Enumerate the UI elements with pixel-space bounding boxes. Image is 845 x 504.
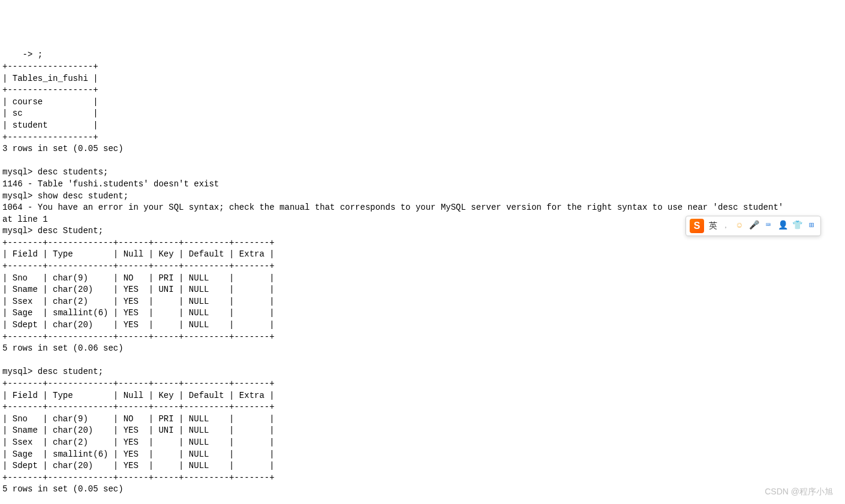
- microphone-icon[interactable]: 🎤: [748, 221, 759, 231]
- terminal-line: -> ;: [2, 50, 43, 59]
- terminal-line: +-----------------+: [2, 85, 98, 95]
- terminal-line: at line 1: [2, 215, 48, 224]
- terminal-line: | Sname | char(20) | YES | UNI | NULL | …: [2, 425, 275, 435]
- ime-punct-icon[interactable]: ，: [722, 221, 729, 231]
- terminal-line: +-----------------+: [2, 62, 98, 71]
- terminal-line: +-------+-------------+------+-----+----…: [2, 261, 275, 271]
- terminal-line: | Field | Type | Null | Key | Default | …: [2, 391, 275, 400]
- terminal-line: | Tables_in_fushi |: [2, 74, 98, 83]
- terminal-line: 5 rows in set (0.06 sec): [2, 343, 124, 353]
- terminal-line: 1064 - You have an error in your SQL syn…: [2, 203, 783, 212]
- terminal-line: mysql> desc student;: [2, 367, 103, 376]
- terminal-line: | Sno | char(9) | NO | PRI | NULL | |: [2, 273, 275, 283]
- terminal-line: +-------+-------------+------+-----+----…: [2, 379, 275, 388]
- terminal-line: 3 rows in set (0.05 sec): [2, 144, 124, 153]
- terminal-line: +-------+-------------+------+-----+----…: [2, 473, 275, 482]
- terminal-line: | Sage | smallint(6) | YES | | NULL | |: [2, 449, 275, 459]
- terminal-line: | Sname | char(20) | YES | UNI | NULL | …: [2, 285, 275, 294]
- terminal-line: mysql> desc students;: [2, 167, 108, 177]
- terminal-line: | Ssex | char(2) | YES | | NULL | |: [2, 437, 275, 447]
- skin-icon[interactable]: 👕: [792, 221, 802, 231]
- emoji-icon[interactable]: ☺: [734, 221, 745, 231]
- terminal-line: | Sno | char(9) | NO | PRI | NULL | |: [2, 414, 275, 424]
- terminal-line: | Sdept | char(20) | YES | | NULL | |: [2, 461, 275, 470]
- terminal-line: mysql> desc Student;: [2, 226, 103, 236]
- toolbox-icon[interactable]: ⊞: [806, 221, 817, 231]
- terminal-line: | Ssex | char(2) | YES | | NULL | |: [2, 297, 275, 306]
- terminal-line: +-----------------+: [2, 132, 98, 142]
- terminal-line: | sc |: [2, 108, 98, 118]
- ime-toolbar[interactable]: S 英 ， ☺ 🎤 ⌨ 👤 👕 ⊞: [685, 216, 821, 236]
- terminal-line: mysql> show desc student;: [2, 191, 128, 201]
- ime-language-toggle[interactable]: 英: [709, 220, 717, 232]
- terminal-line: | Sdept | char(20) | YES | | NULL | |: [2, 320, 275, 330]
- sogou-logo-icon[interactable]: S: [690, 219, 704, 233]
- terminal-line: | Field | Type | Null | Key | Default | …: [2, 249, 275, 259]
- terminal-line: +-------+-------------+------+-----+----…: [2, 238, 275, 248]
- user-icon[interactable]: 👤: [777, 221, 788, 231]
- terminal-line: | Sage | smallint(6) | YES | | NULL | |: [2, 308, 275, 318]
- terminal-line: 1146 - Table 'fushi.students' doesn't ex…: [2, 179, 219, 189]
- terminal-output: -> ; +-----------------+ | Tables_in_fus…: [2, 49, 843, 504]
- csdn-watermark: CSDN @程序小旭: [765, 486, 833, 498]
- terminal-line: +-------+-------------+------+-----+----…: [2, 332, 275, 342]
- terminal-line: | student |: [2, 120, 98, 130]
- terminal-line: | course |: [2, 97, 98, 107]
- terminal-line: +-------+-------------+------+-----+----…: [2, 402, 275, 412]
- terminal-line: 5 rows in set (0.05 sec): [2, 484, 124, 494]
- keyboard-icon[interactable]: ⌨: [763, 221, 774, 231]
